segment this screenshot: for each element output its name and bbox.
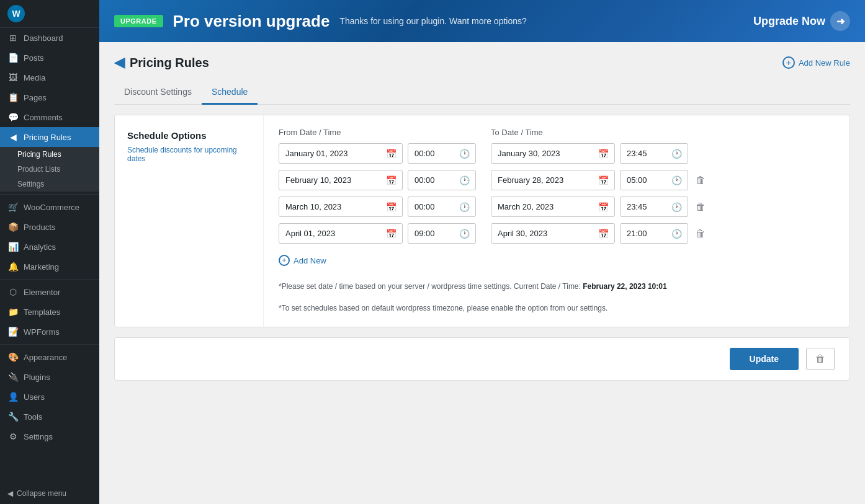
sidebar-item-posts[interactable]: 📄 Posts xyxy=(0,48,99,68)
sidebar-item-users[interactable]: 👤 Users xyxy=(0,387,99,407)
sidebar-item-templates[interactable]: 📁 Templates xyxy=(0,302,99,322)
tab-discount-settings[interactable]: Discount Settings xyxy=(114,81,202,105)
upgrade-badge[interactable]: UPGRADE xyxy=(114,15,163,27)
from-date-3-wrap: 📅 xyxy=(279,197,403,217)
card-body: Schedule Options Schedule discounts for … xyxy=(115,115,849,327)
sidebar-item-analytics[interactable]: 📊 Analytics xyxy=(0,237,99,257)
to-date-input-2[interactable] xyxy=(491,170,615,190)
sidebar-item-products[interactable]: 📦 Products xyxy=(0,217,99,237)
to-time-input-3[interactable] xyxy=(620,197,688,217)
delete-row-3-button[interactable]: 🗑 xyxy=(693,199,715,215)
to-date-input-4[interactable] xyxy=(491,223,615,244)
sidebar-item-marketing[interactable]: 🔔 Marketing xyxy=(0,257,99,276)
wpforms-icon: 📝 xyxy=(7,327,19,337)
sidebar-item-label: Plugins xyxy=(24,373,50,382)
delete-rule-button[interactable]: 🗑 xyxy=(806,348,835,370)
sidebar-item-plugins[interactable]: 🔌 Plugins xyxy=(0,367,99,387)
sidebar-item-pages[interactable]: 📋 Pages xyxy=(0,87,99,107)
products-icon: 📦 xyxy=(7,222,19,232)
to-time-input-4[interactable] xyxy=(620,223,688,244)
notice-text-1: *Please set date / time based on your se… xyxy=(279,281,835,293)
sidebar-item-label: Pricing Rules xyxy=(24,133,71,142)
to-time-input-1[interactable] xyxy=(620,143,688,164)
sidebar: W ⊞ Dashboard 📄 Posts 🖼 Media 📋 Pages 💬 … xyxy=(0,0,99,504)
from-time-input-1[interactable] xyxy=(408,143,476,164)
section-title: Schedule Options xyxy=(127,130,251,141)
sidebar-item-dashboard[interactable]: ⊞ Dashboard xyxy=(0,28,99,48)
schedule-card: Schedule Options Schedule discounts for … xyxy=(114,115,850,327)
content-area: ◀ Pricing Rules + Add New Rule Discount … xyxy=(99,42,865,504)
collapse-menu-button[interactable]: ◀ Collapse menu xyxy=(0,483,99,504)
sidebar-item-label: Products xyxy=(24,223,55,232)
pricing-rules-icon: ◀ xyxy=(7,132,19,142)
from-date-input-1[interactable] xyxy=(279,143,403,164)
schedule-row-3: 📅 🕐 📅 🕐 xyxy=(279,197,835,217)
tools-icon: 🔧 xyxy=(7,412,19,422)
page-title: Pricing Rules xyxy=(130,56,209,70)
sidebar-item-tools[interactable]: 🔧 Tools xyxy=(0,407,99,427)
sidebar-item-label: Templates xyxy=(24,307,60,317)
to-time-3-wrap: 🕐 xyxy=(620,197,688,217)
sidebar-item-label: Elementor xyxy=(24,288,60,297)
main-area: UPGRADE Pro version upgrade Thanks for u… xyxy=(99,0,865,504)
upgrade-now-button[interactable]: Upgrade Now ➜ xyxy=(753,11,850,31)
to-date-input-1[interactable] xyxy=(491,143,615,164)
sidebar-item-media[interactable]: 🖼 Media xyxy=(0,68,99,87)
sidebar-sub-pricing-rules[interactable]: Pricing Rules xyxy=(0,147,99,162)
analytics-icon: 📊 xyxy=(7,242,19,252)
delete-row-2-button[interactable]: 🗑 xyxy=(693,172,715,188)
sidebar-item-pricing-rules[interactable]: ◀ Pricing Rules xyxy=(0,127,99,147)
from-time-input-3[interactable] xyxy=(408,197,476,217)
pages-icon: 📋 xyxy=(7,92,19,102)
sidebar-item-label: Users xyxy=(24,392,45,402)
from-date-input-4[interactable] xyxy=(279,223,403,244)
from-time-4-wrap: 🕐 xyxy=(408,223,476,244)
sidebar-item-settings-main[interactable]: ⚙ Settings xyxy=(0,427,99,446)
sidebar-sub-product-lists[interactable]: Product Lists xyxy=(0,162,99,177)
upgrade-banner: UPGRADE Pro version upgrade Thanks for u… xyxy=(99,0,865,42)
add-circle-icon: + xyxy=(782,56,795,69)
sidebar-item-appearance[interactable]: 🎨 Appearance xyxy=(0,347,99,367)
sidebar-item-label: Appearance xyxy=(24,353,67,362)
sidebar-item-label: Dashboard xyxy=(24,33,63,43)
back-button[interactable]: ◀ xyxy=(114,55,125,71)
posts-icon: 📄 xyxy=(7,53,19,63)
notice-text-2: *To set schedules based on default wordp… xyxy=(279,303,835,314)
from-date-label: From Date / Time xyxy=(279,128,403,137)
sidebar-item-elementor[interactable]: ⬡ Elementor xyxy=(0,282,99,302)
section-desc: Schedule discounts for upcoming dates xyxy=(127,146,251,163)
from-date-input-3[interactable] xyxy=(279,197,403,217)
sidebar-item-wpforms[interactable]: 📝 WPForms xyxy=(0,322,99,342)
from-time-input-4[interactable] xyxy=(408,223,476,244)
pricing-rules-submenu: Pricing Rules Product Lists Settings xyxy=(0,147,99,192)
collapse-icon: ◀ xyxy=(7,489,13,498)
from-date-1-wrap: 📅 xyxy=(279,143,403,164)
separator-2 xyxy=(0,279,99,280)
from-time-input-2[interactable] xyxy=(408,170,476,190)
appearance-icon: 🎨 xyxy=(7,352,19,362)
add-new-rule-button[interactable]: + Add New Rule xyxy=(782,56,850,69)
to-date-3-wrap: 📅 xyxy=(491,197,615,217)
separator-1 xyxy=(0,194,99,195)
sidebar-item-label: Pages xyxy=(24,93,47,102)
sidebar-item-label: Analytics xyxy=(24,242,56,252)
to-date-4-wrap: 📅 xyxy=(491,223,615,244)
update-button[interactable]: Update xyxy=(730,348,799,370)
from-date-input-2[interactable] xyxy=(279,170,403,190)
comments-icon: 💬 xyxy=(7,112,19,122)
to-time-2-wrap: 🕐 xyxy=(620,170,688,190)
add-new-icon: + xyxy=(279,255,290,266)
from-time-2-wrap: 🕐 xyxy=(408,170,476,190)
templates-icon: 📁 xyxy=(7,307,19,317)
tab-schedule[interactable]: Schedule xyxy=(202,81,258,105)
delete-row-4-button[interactable]: 🗑 xyxy=(693,226,715,242)
sidebar-sub-settings[interactable]: Settings xyxy=(0,177,99,192)
sidebar-item-woocommerce[interactable]: 🛒 WooCommerce xyxy=(0,197,99,217)
schedule-row-2: 📅 🕐 📅 🕐 xyxy=(279,170,835,190)
to-date-input-3[interactable] xyxy=(491,197,615,217)
add-new-schedule-button[interactable]: + Add New xyxy=(279,250,835,271)
sidebar-item-comments[interactable]: 💬 Comments xyxy=(0,107,99,127)
upgrade-arrow-icon: ➜ xyxy=(830,11,850,31)
to-time-input-2[interactable] xyxy=(620,170,688,190)
sidebar-item-label: Posts xyxy=(24,53,44,63)
